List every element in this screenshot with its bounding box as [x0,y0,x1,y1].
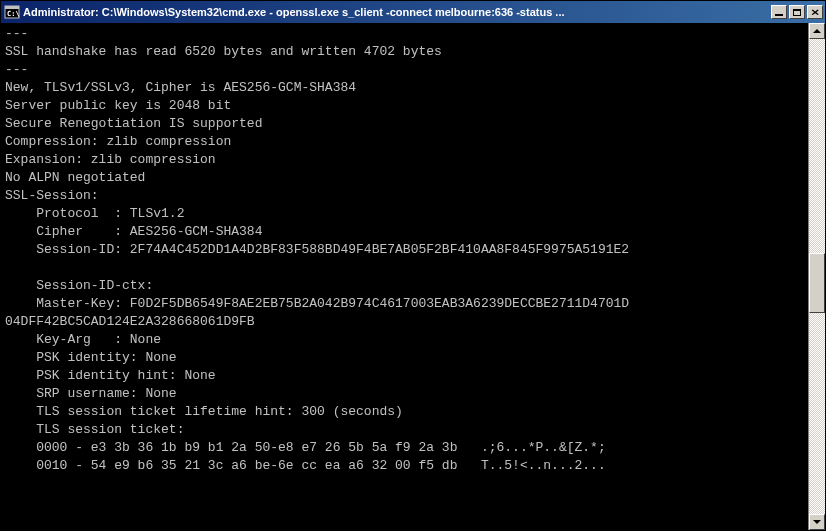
title-text: Administrator: C:\Windows\System32\cmd.e… [23,6,771,18]
scroll-track[interactable] [809,39,825,514]
cmd-icon: C:\ [4,4,20,20]
chevron-up-icon [813,29,821,33]
scroll-thumb[interactable] [809,253,825,313]
window-controls: × [771,5,823,19]
chevron-down-icon [813,520,821,524]
client-area: --- SSL handshake has read 6520 bytes an… [1,23,825,530]
scroll-down-button[interactable] [809,514,825,530]
command-prompt-window: C:\ Administrator: C:\Windows\System32\c… [0,0,826,531]
vertical-scrollbar[interactable] [808,23,825,530]
title-bar[interactable]: C:\ Administrator: C:\Windows\System32\c… [1,1,825,23]
minimize-button[interactable] [771,5,787,19]
scroll-up-button[interactable] [809,23,825,39]
maximize-button[interactable] [789,5,805,19]
svg-text:C:\: C:\ [7,10,20,18]
close-button[interactable]: × [807,5,823,19]
svg-rect-1 [5,6,19,9]
terminal-output[interactable]: --- SSL handshake has read 6520 bytes an… [1,23,808,530]
